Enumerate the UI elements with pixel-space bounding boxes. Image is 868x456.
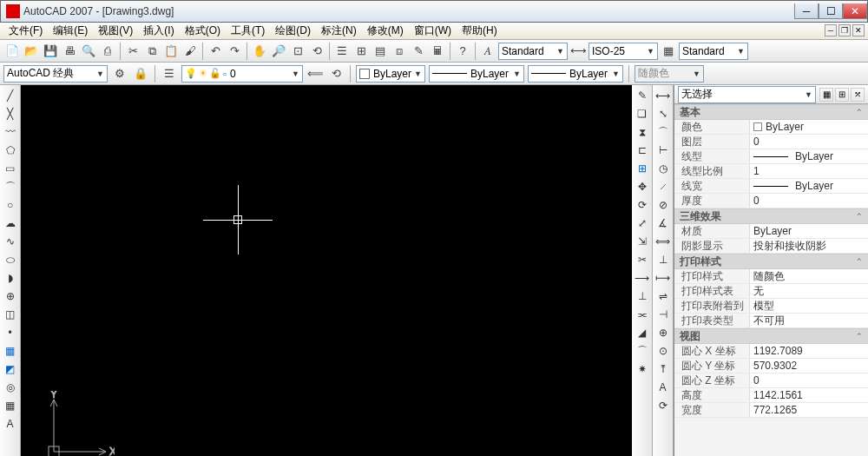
spline-icon[interactable]: ∿	[2, 233, 19, 250]
insertblock-icon[interactable]: ⊕	[2, 287, 19, 305]
group-3d[interactable]: 三维效果⌃	[674, 208, 868, 224]
prop-thick-value[interactable]: 0	[749, 194, 868, 208]
circle-icon[interactable]: ○	[2, 196, 19, 214]
pan-icon[interactable]: ✋	[251, 43, 268, 60]
prop-cz-value[interactable]: 0	[749, 373, 868, 387]
layer-prev-icon[interactable]: ⟸	[306, 65, 324, 83]
save-icon[interactable]: 💾	[42, 43, 59, 60]
polygon-icon[interactable]: ⬠	[2, 142, 19, 159]
quick-select-icon[interactable]: ⊞	[835, 88, 849, 102]
menu-insert[interactable]: 插入(I)	[138, 23, 179, 38]
pline-icon[interactable]: 〰	[2, 123, 19, 141]
region-icon[interactable]: ◎	[2, 379, 19, 396]
stretch-icon[interactable]: ⇲	[634, 233, 651, 250]
dim-angular-icon[interactable]: ∡	[654, 215, 672, 232]
prop-pst-value[interactable]: 无	[749, 284, 868, 298]
redo-icon[interactable]: ↷	[226, 43, 243, 60]
menu-modify[interactable]: 修改(M)	[362, 23, 409, 38]
open-icon[interactable]: 📂	[23, 43, 40, 60]
cut-icon[interactable]: ✂	[124, 43, 141, 60]
dim-edit-icon[interactable]: ⤒	[654, 360, 672, 378]
dim-aligned-icon[interactable]: ⤡	[654, 105, 672, 122]
dim-update-icon[interactable]: ⟳	[654, 397, 672, 414]
dim-space-icon[interactable]: ⇌	[654, 287, 672, 305]
properties-icon[interactable]: ☰	[333, 43, 351, 60]
prop-ps-value[interactable]: 随颜色	[749, 269, 868, 283]
prop-cy-value[interactable]: 570.9302	[749, 359, 868, 373]
prop-h-value[interactable]: 1142.1561	[749, 388, 868, 402]
dim-ordinate-icon[interactable]: ⊢	[654, 142, 672, 159]
prop-cx-value[interactable]: 1192.7089	[749, 344, 868, 358]
layer-state-icon[interactable]: ⟲	[327, 65, 345, 83]
minimize-button[interactable]: ─	[794, 3, 819, 19]
markup-icon[interactable]: ✎	[410, 43, 427, 60]
group-plot[interactable]: 打印样式⌃	[674, 254, 868, 269]
new-icon[interactable]: 📄	[3, 43, 21, 60]
dim-diameter-icon[interactable]: ⊘	[654, 196, 672, 214]
prop-color-value[interactable]: ByLayer	[749, 120, 868, 134]
text-style-combo[interactable]: Standard▼	[498, 43, 568, 60]
center-mark-icon[interactable]: ⊙	[654, 342, 672, 360]
mdi-close-button[interactable]: ✕	[852, 24, 865, 36]
lineweight-combo[interactable]: ByLayer▼	[528, 65, 623, 83]
selection-combo[interactable]: 无选择▼	[678, 86, 816, 103]
gradient-icon[interactable]: ◩	[2, 360, 19, 378]
prop-mat-value[interactable]: ByLayer	[749, 224, 868, 238]
undo-icon[interactable]: ↶	[207, 43, 224, 60]
menu-help[interactable]: 帮助(H)	[457, 23, 503, 38]
close-button[interactable]: ✕	[843, 3, 867, 19]
menu-window[interactable]: 窗口(W)	[409, 23, 457, 38]
line-icon[interactable]: ╱	[2, 87, 19, 104]
menu-file[interactable]: 文件(F)	[3, 23, 48, 38]
menu-format[interactable]: 格式(O)	[180, 23, 226, 38]
sheetset-icon[interactable]: ⧈	[391, 43, 408, 60]
table-icon[interactable]: ▦	[2, 397, 19, 414]
point-icon[interactable]: •	[2, 324, 19, 341]
dim-baseline-icon[interactable]: ⊥	[654, 251, 672, 268]
offset-icon[interactable]: ⊏	[634, 142, 651, 159]
copy-icon[interactable]: ⧉	[143, 43, 161, 60]
plotstyle-combo[interactable]: 随颜色▼	[635, 65, 704, 83]
mdi-minimize-button[interactable]: ─	[825, 24, 837, 36]
zoomwin-icon[interactable]: ⊡	[289, 43, 306, 60]
trim-icon[interactable]: ✂	[634, 251, 651, 268]
designcenter-icon[interactable]: ⊞	[352, 43, 370, 60]
help-icon[interactable]: ?	[454, 43, 471, 60]
paste-icon[interactable]: 📋	[162, 43, 180, 60]
revcloud-icon[interactable]: ☁	[2, 215, 19, 232]
menu-dimension[interactable]: 标注(N)	[316, 23, 362, 38]
zoomprev-icon[interactable]: ⟲	[308, 43, 326, 60]
prop-w-value[interactable]: 772.1265	[749, 403, 868, 417]
dim-radius-icon[interactable]: ◷	[654, 160, 672, 177]
menubar[interactable]: 文件(F) 编辑(E) 视图(V) 插入(I) 格式(O) 工具(T) 绘图(D…	[0, 23, 868, 40]
dim-style-combo[interactable]: ISO-25▼	[589, 43, 658, 60]
move-icon[interactable]: ✥	[634, 178, 651, 195]
array-icon[interactable]: ⊞	[634, 160, 651, 177]
table-style-combo[interactable]: Standard▼	[679, 43, 748, 60]
workspace-settings-icon[interactable]: ⚙	[111, 65, 128, 83]
dim-continue-icon[interactable]: ⟼	[654, 269, 672, 287]
join-icon[interactable]: ⫘	[634, 306, 651, 323]
prop-ltscale-value[interactable]: 1	[749, 164, 868, 178]
rotate-icon[interactable]: ⟳	[634, 196, 651, 214]
select-objects-icon[interactable]: ⤱	[851, 88, 865, 102]
scale-icon[interactable]: ⤢	[634, 215, 651, 232]
matchprop-icon[interactable]: 🖌	[181, 43, 199, 60]
dim-arc-icon[interactable]: ⌒	[654, 123, 672, 141]
prop-layer-value[interactable]: 0	[749, 135, 868, 149]
print-icon[interactable]: 🖶	[61, 43, 78, 60]
extend-icon[interactable]: ⟶	[634, 269, 651, 287]
ellipsearc-icon[interactable]: ◗	[2, 269, 19, 287]
tolerance-icon[interactable]: ⊕	[654, 324, 672, 341]
dim-jogged-icon[interactable]: ⟋	[654, 178, 672, 195]
publish-icon[interactable]: ⎙	[99, 43, 116, 60]
dim-break-icon[interactable]: ⊣	[654, 306, 672, 323]
dimstyle-icon[interactable]: ⟷	[569, 43, 587, 60]
dim-tedit-icon[interactable]: A	[654, 379, 672, 396]
hatch-icon[interactable]: ▦	[2, 342, 19, 360]
menu-tools[interactable]: 工具(T)	[226, 23, 270, 38]
textstyle-icon[interactable]: 𝐴	[479, 43, 496, 60]
preview-icon[interactable]: 🔍	[80, 43, 97, 60]
xline-icon[interactable]: ╳	[2, 105, 19, 122]
dim-linear-icon[interactable]: ⟷	[654, 87, 672, 104]
